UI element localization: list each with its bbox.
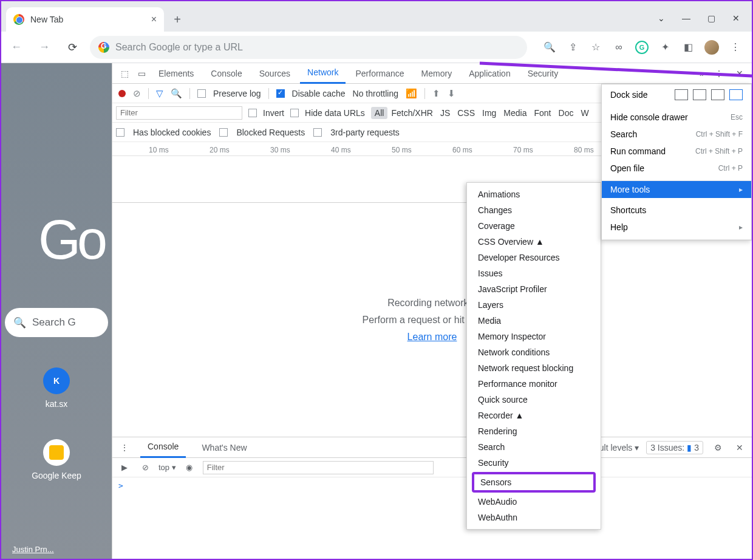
wifi-icon[interactable]: 📶 [406,88,417,99]
menu-help[interactable]: Help▸ [602,219,751,236]
menu-run-command[interactable]: Run commandCtrl + Shift + P [602,143,751,160]
user-label[interactable]: Justin Prn... [12,545,54,554]
more-tabs-icon[interactable]: » [695,66,709,81]
submenu-javascript-profiler[interactable]: JavaScript Profiler [467,281,601,297]
back-button[interactable]: ← [6,37,27,58]
dock-undock-icon[interactable] [675,89,688,100]
submenu-sensors[interactable]: Sensors [472,472,596,493]
submenu-css-overview-[interactable]: CSS Overview ▲ [467,234,601,250]
menu-hide-drawer[interactable]: Hide console drawerEsc [602,109,751,126]
profile-avatar[interactable] [704,40,719,55]
chevron-down-icon[interactable]: ⌄ [658,13,665,23]
puzzle-icon[interactable]: ✦ [658,41,672,54]
learn-more-link[interactable]: Learn more [407,332,457,343]
filter-type-media[interactable]: Media [500,107,530,119]
tab-network[interactable]: Network [300,63,346,84]
blocked-requests-checkbox[interactable] [219,128,228,137]
menu-shortcuts[interactable]: Shortcuts [602,202,751,219]
forward-button[interactable]: → [34,37,55,58]
devtools-menu-icon[interactable]: ⋮ [712,66,726,81]
tab-console[interactable]: Console [203,63,249,84]
share-icon[interactable]: ⇪ [566,41,579,54]
bookmark-icon[interactable]: ☆ [589,41,602,54]
inspect-icon[interactable]: ⬚ [117,66,132,81]
filter-type-all[interactable]: All [371,107,388,119]
browser-tab[interactable]: New Tab × [6,7,164,32]
eye-icon[interactable]: ◉ [182,460,197,475]
submenu-quick-source[interactable]: Quick source [467,392,601,408]
tab-close-icon[interactable]: × [151,14,157,25]
filter-type-img[interactable]: Img [479,107,500,119]
download-icon[interactable]: ⬇ [448,88,455,99]
ntp-shortcut-keep[interactable]: Google Keep [32,439,81,480]
submenu-performance-monitor[interactable]: Performance monitor [467,376,601,392]
dock-right-icon[interactable] [729,89,743,100]
filter-type-doc[interactable]: Doc [555,107,578,119]
console-sidebar-icon[interactable]: ▶ [117,460,132,475]
gear-icon[interactable]: ⚙ [710,440,725,455]
submenu-search[interactable]: Search [467,439,601,455]
record-button[interactable] [118,90,126,97]
close-window-icon[interactable]: ✕ [732,13,740,23]
grammarly-icon[interactable]: G [635,41,649,54]
submenu-recorder-[interactable]: Recorder ▲ [467,408,601,423]
issues-chip[interactable]: 3 Issues: ▮ 3 [646,441,703,454]
filter-type-fetchxhr[interactable]: Fetch/XHR [387,107,436,119]
tab-security[interactable]: Security [520,63,566,84]
invert-checkbox[interactable] [248,109,257,117]
console-filter-input[interactable] [203,461,434,474]
search-icon[interactable]: 🔍 [171,88,182,99]
filter-input[interactable] [116,106,242,120]
new-tab-button[interactable]: + [168,10,187,29]
tab-sources[interactable]: Sources [252,63,298,84]
filter-icon[interactable]: ▽ [156,88,163,99]
submenu-security[interactable]: Security [467,455,601,471]
levels-select[interactable]: ult levels ▾ [599,443,639,452]
zoom-icon[interactable]: 🔍 [543,41,556,54]
submenu-webaudio[interactable]: WebAudio [467,494,601,510]
devtools-close-icon[interactable]: ✕ [732,66,747,81]
submenu-memory-inspector[interactable]: Memory Inspector [467,329,601,344]
console-prompt[interactable]: > [112,477,752,559]
drawer-close-icon[interactable]: ✕ [732,440,747,455]
filter-type-js[interactable]: JS [437,107,454,119]
tab-performance[interactable]: Performance [348,63,411,84]
submenu-media[interactable]: Media [467,313,601,329]
submenu-developer-resources[interactable]: Developer Resources [467,250,601,265]
filter-type-w[interactable]: W [577,107,592,119]
submenu-rendering[interactable]: Rendering [467,423,601,439]
third-party-checkbox[interactable] [313,128,322,137]
device-icon[interactable]: ▭ [134,66,149,81]
ntp-shortcut-katsx[interactable]: K kat.sx [43,367,70,409]
submenu-issues[interactable]: Issues [467,265,601,281]
menu-open-file[interactable]: Open fileCtrl + P [602,160,751,177]
minimize-icon[interactable]: — [682,13,690,23]
panel-icon[interactable]: ◧ [681,41,695,54]
dock-left-icon[interactable] [693,89,706,100]
menu-more-tools[interactable]: More tools▸ [602,181,751,198]
chrome-menu-icon[interactable]: ⋮ [729,41,742,54]
submenu-layers[interactable]: Layers [467,297,601,313]
submenu-network-request-blocking[interactable]: Network request blocking [467,360,601,376]
throttling-select[interactable]: No throttling [353,89,398,98]
omnibox[interactable]: Search Google or type a URL [90,36,527,59]
filter-type-css[interactable]: CSS [454,107,479,119]
disable-cache-checkbox[interactable] [276,89,285,98]
reload-button[interactable]: ⟳ [62,37,83,58]
context-select[interactable]: top ▾ [158,463,176,472]
clear-icon[interactable]: ⊘ [133,88,141,99]
submenu-changes[interactable]: Changes [467,202,601,218]
preserve-log-checkbox[interactable] [197,89,206,98]
upload-icon[interactable]: ⬆ [432,88,440,99]
tab-elements[interactable]: Elements [151,63,201,84]
tab-application[interactable]: Application [462,63,518,84]
maximize-icon[interactable]: ▢ [707,13,715,23]
submenu-network-conditions[interactable]: Network conditions [467,344,601,360]
filter-type-font[interactable]: Font [531,107,555,119]
ntp-search-box[interactable]: 🔍 Search G [5,308,108,337]
drawer-tab-whatsnew[interactable]: What's New [194,437,254,458]
console-clear-icon[interactable]: ⊘ [138,460,152,475]
submenu-webauthn[interactable]: WebAuthn [467,510,601,525]
dock-bottom-icon[interactable] [711,89,724,100]
submenu-animations[interactable]: Animations [467,186,601,202]
